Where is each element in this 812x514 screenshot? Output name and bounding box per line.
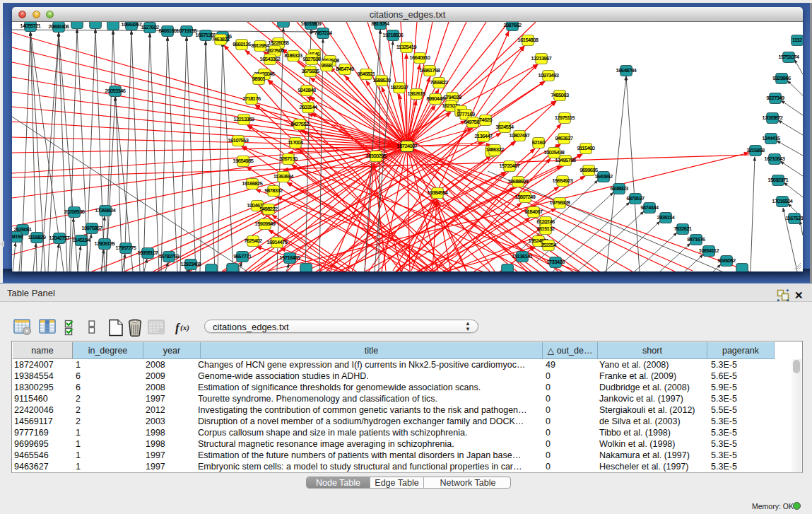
svg-text:10975867: 10975867 [82,225,102,231]
svg-text:20206536: 20206536 [64,209,85,215]
svg-text:7485063: 7485063 [551,92,569,98]
svg-text:19218506: 19218506 [383,32,404,38]
svg-text:13495798: 13495798 [555,157,576,163]
svg-text:9327508: 9327508 [302,56,321,62]
svg-text:15692971: 15692971 [768,177,789,183]
svg-text:11325419: 11325419 [396,44,417,50]
svg-text:19384554: 19384554 [428,189,448,196]
svg-text:8990448: 8990448 [426,95,445,102]
svg-text:16154808: 16154808 [518,37,539,43]
svg-text:10688609: 10688609 [508,178,529,185]
svg-text:11353594: 11353594 [273,173,294,180]
svg-text:1486322: 1486322 [486,146,504,153]
svg-text:3675685: 3675685 [301,68,319,74]
svg-text:15909949: 15909949 [255,221,276,227]
svg-text:1588520: 1588520 [372,77,391,83]
svg-text:2935114: 2935114 [657,214,675,221]
svg-text:3624554: 3624554 [495,124,514,130]
svg-text:1640952: 1640952 [594,173,613,180]
svg-text:15716485: 15716485 [280,255,300,261]
svg-text:9646821: 9646821 [357,71,375,77]
svg-text:12042757: 12042757 [49,235,70,241]
svg-text:39159: 39159 [12,233,23,240]
svg-text:15226058: 15226058 [269,40,289,46]
svg-text:98901: 98901 [252,76,265,82]
svg-text:20053346: 20053346 [105,88,126,94]
svg-text:8660126: 8660126 [233,41,251,47]
svg-text:9699695: 9699695 [579,167,598,173]
svg-text:18300295: 18300295 [366,153,387,159]
svg-text:17957275: 17957275 [116,245,136,251]
svg-text:16648784: 16648784 [616,67,637,74]
svg-text:(x): (x) [180,323,189,332]
svg-text:3267130: 3267130 [279,156,298,162]
svg-text:1244415: 1244415 [762,135,780,141]
svg-text:16914479: 16914479 [267,239,288,245]
svg-text:20691406: 20691406 [49,23,69,30]
svg-text:12905135: 12905135 [95,240,115,247]
svg-text:10653267: 10653267 [122,22,142,28]
svg-text:16107553: 16107553 [228,137,249,144]
svg-text:117004: 117004 [288,139,302,146]
svg-text:12213369: 12213369 [234,116,254,122]
svg-text:9463627: 9463627 [555,135,573,141]
svg-text:18724007: 18724007 [397,143,418,149]
svg-text:1527602: 1527602 [141,24,159,30]
svg-text:14055721: 14055721 [20,23,41,29]
svg-text:12923468: 12923468 [181,261,201,267]
svg-text:62160: 62160 [532,139,545,146]
svg-text:6794028: 6794028 [443,94,461,100]
svg-text:9242848: 9242848 [298,87,316,93]
svg-text:9329966: 9329966 [772,75,791,81]
svg-text:1145194: 1145194 [73,237,90,243]
svg-text:19756928: 19756928 [550,199,570,206]
svg-text:16640910: 16640910 [410,54,430,61]
svg-text:15136141: 15136141 [512,253,533,259]
svg-text:9657771: 9657771 [233,253,252,259]
svg-text:15807249: 15807249 [515,194,536,200]
svg-text:1156829: 1156829 [28,234,46,240]
svg-text:16543362: 16543362 [260,56,281,62]
svg-text:9227349: 9227349 [766,95,784,101]
svg-text:19166825: 19166825 [242,180,263,187]
svg-text:5878332: 5878332 [264,187,283,194]
svg-text:6879197: 6879197 [626,195,645,201]
svg-text:1167533: 1167533 [786,215,803,221]
svg-text:74620: 74620 [479,117,492,123]
svg-text:9474444: 9474444 [640,204,659,211]
svg-text:2603144: 2603144 [299,104,317,110]
svg-text:12213967: 12213967 [531,55,552,62]
svg-text:16782759: 16782759 [159,253,180,259]
svg-text:2718176: 2718176 [242,95,261,102]
svg-text:8427552: 8427552 [290,121,309,127]
svg-text:17016504: 17016504 [772,198,793,204]
svg-text:15654923: 15654923 [553,177,573,184]
svg-text:17359924: 17359924 [95,207,116,214]
svg-text:9777169: 9777169 [457,111,475,117]
svg-text:10958107: 10958107 [138,250,158,256]
svg-text:10654112: 10654112 [699,247,719,254]
svg-text:7463822: 7463822 [211,36,230,42]
svg-text:10719155: 10719155 [177,28,197,34]
svg-text:10973493: 10973493 [539,72,559,78]
svg-text:1362615: 1362615 [407,90,425,97]
svg-text:9327500: 9327500 [266,47,284,54]
svg-text:7625402: 7625402 [244,238,262,244]
svg-text:16961758: 16961758 [420,67,440,74]
svg-text:3215958: 3215958 [746,147,765,153]
svg-text:1822037: 1822037 [390,84,408,90]
svg-text:5498222: 5498222 [259,206,278,212]
svg-text:19654985: 19654985 [233,158,254,164]
svg-text:8186323: 8186323 [284,52,302,59]
svg-text:252254: 252254 [541,242,556,248]
svg-text:6466160: 6466160 [158,28,177,34]
svg-text:15751074: 15751074 [779,54,799,60]
svg-text:5938923: 5938923 [610,185,628,192]
svg-text:8454749: 8454749 [336,66,354,72]
svg-text:7955822: 7955822 [430,79,448,86]
svg-text:1615132: 1615132 [536,226,555,232]
svg-text:10807487: 10807487 [510,132,530,139]
svg-text:8471676: 8471676 [687,236,705,243]
svg-text:12975115: 12975115 [555,115,575,121]
svg-text:16210643: 16210643 [765,156,785,162]
